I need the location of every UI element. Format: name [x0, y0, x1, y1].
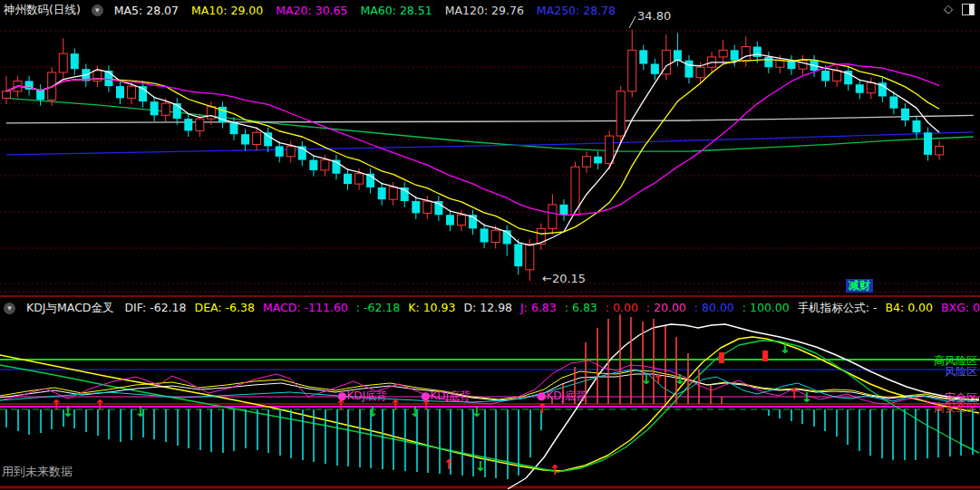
legend-field: K: 10.93	[408, 301, 455, 316]
legend-field: MA250: 28.78	[537, 4, 616, 17]
svg-text:↑: ↑	[653, 371, 665, 388]
svg-text:↓: ↓	[780, 341, 791, 357]
legend-field: D: 12.98	[463, 301, 512, 316]
indicator-legend: DIF: -62.18DEA: -6.38MACD: -111.60: -62.…	[124, 301, 980, 316]
split-screen-icon[interactable]	[962, 4, 975, 15]
svg-text:●KDJ底背: ●KDJ底背	[337, 389, 387, 402]
svg-text:↓: ↓	[475, 458, 487, 475]
ma-legend: MA5: 28.07MA10: 29.00MA20: 30.65MA60: 28…	[114, 4, 616, 17]
legend-field: BXG: 0.00	[941, 301, 980, 316]
svg-text:↑: ↑	[443, 456, 455, 473]
diamond-icon[interactable]: ◇	[944, 3, 953, 15]
legend-field: : 80.00	[694, 301, 734, 316]
svg-text:↓: ↓	[410, 404, 422, 420]
legend-field: MA5: 28.07	[114, 4, 179, 17]
svg-text:↑: ↑	[94, 397, 106, 413]
stock-title: 神州数码(日线)	[4, 3, 81, 18]
svg-text:↑: ↑	[390, 397, 402, 413]
svg-text:↓: ↓	[367, 404, 379, 420]
svg-text:↓: ↓	[63, 404, 74, 420]
window-controls: ◇	[944, 3, 975, 15]
chart-canvas: 34.80←20.15↑↑↑↑↑↑↑↑↑↑↓↓↓↓↓↓↓↓↓↓●KDJ底背●KD…	[0, 0, 980, 490]
svg-text:↓: ↓	[674, 371, 686, 388]
legend-field: MA60: 28.51	[360, 4, 432, 17]
legend-field: : 100.00	[742, 301, 790, 316]
svg-text:↑: ↑	[51, 397, 63, 413]
svg-text:↑: ↑	[549, 462, 561, 478]
svg-text:高安全区: 高安全区	[934, 401, 977, 414]
legend-field: DEA: -6.38	[195, 301, 255, 316]
future-data-note: 用到未来数据	[2, 464, 73, 480]
svg-text:↓: ↓	[135, 404, 147, 420]
legend-field: 手机指标公式: -	[798, 301, 878, 316]
watermark-badge: 减财	[846, 279, 873, 293]
legend-field: MACD: -111.60	[263, 301, 348, 316]
stock-chart-app: 34.80←20.15↑↑↑↑↑↑↑↑↑↑↓↓↓↓↓↓↓↓↓↓●KDJ底背●KD…	[0, 0, 980, 490]
svg-text:34.80: 34.80	[637, 9, 671, 23]
indicator-title: KDJ与MACD金叉	[26, 301, 113, 316]
chevron-down-icon[interactable]: ▾	[4, 303, 15, 314]
svg-text:●KDJ底背: ●KDJ底背	[421, 389, 471, 402]
legend-field: : 20.00	[646, 301, 686, 316]
legend-field: MA10: 29.00	[191, 4, 263, 17]
svg-text:↓: ↓	[471, 404, 483, 420]
legend-field: : 0.00	[606, 301, 638, 316]
legend-field: B4: 0.00	[885, 301, 933, 316]
legend-field: MA20: 30.65	[276, 4, 347, 17]
legend-field: DIF: -62.18	[124, 301, 186, 316]
svg-text:↓: ↓	[801, 389, 813, 406]
chevron-down-icon[interactable]: ▾	[92, 5, 103, 16]
legend-field: : -62.18	[356, 301, 400, 316]
svg-text:↑: ↑	[537, 400, 548, 417]
svg-text:↓: ↓	[641, 371, 653, 388]
main-chart-header: 神州数码(日线) ▾ MA5: 28.07MA10: 29.00MA20: 30…	[4, 3, 616, 18]
legend-field: MA120: 29.76	[445, 4, 524, 17]
svg-text:↑: ↑	[789, 386, 800, 402]
indicator-header: ▾ KDJ与MACD金叉 DIF: -62.18DEA: -6.38MACD: …	[4, 301, 980, 316]
legend-field: J: 6.83	[520, 301, 557, 316]
legend-field: : 6.83	[565, 301, 597, 316]
svg-text:←20.15: ←20.15	[542, 272, 586, 285]
svg-text:风险区: 风险区	[945, 365, 977, 378]
svg-text:●KDJ底背: ●KDJ底背	[537, 389, 587, 402]
